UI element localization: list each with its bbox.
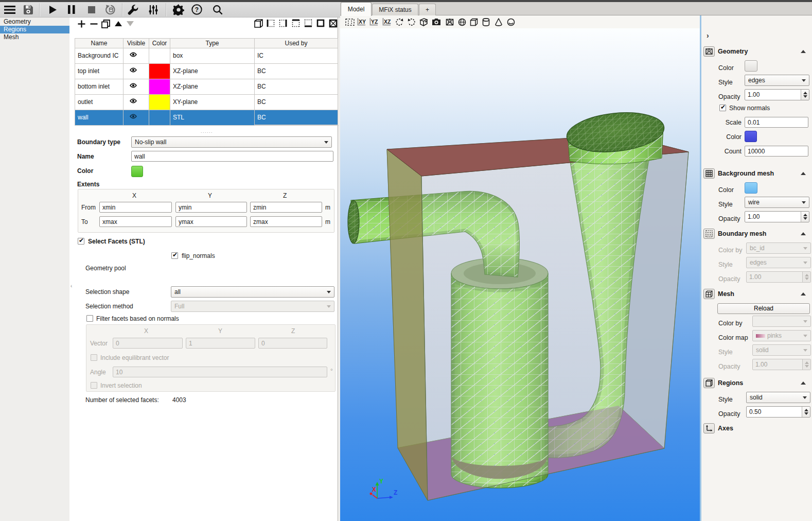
regions-opacity-spinbox[interactable]: 0.50 — [746, 406, 810, 418]
settings-gear-icon[interactable] — [171, 2, 186, 17]
spin-up-icon[interactable] — [804, 409, 808, 411]
region-shape-plane-full-icon[interactable] — [315, 18, 326, 28]
mesh-style-combo[interactable]: solid — [752, 344, 811, 356]
region-shape-plane-bottom-icon[interactable] — [303, 18, 313, 28]
region-shape-plane-left-icon[interactable] — [266, 18, 276, 28]
spin-down-icon[interactable] — [803, 217, 807, 220]
menu-icon[interactable] — [2, 2, 17, 17]
region-shape-box-icon[interactable] — [253, 18, 263, 28]
region-visible-cell[interactable] — [123, 110, 149, 125]
region-name-cell[interactable]: wall — [75, 110, 123, 125]
extents-zmin-input[interactable] — [250, 202, 322, 213]
help-icon[interactable]: ? — [189, 2, 204, 17]
background-mesh-visibility-toggle[interactable] — [703, 168, 715, 179]
region-shape-plane-top-icon[interactable] — [291, 18, 301, 28]
background-mesh-opacity-spinbox[interactable]: 1.00 — [745, 211, 809, 222]
collapse-arrow-icon[interactable] — [801, 232, 806, 235]
background-mesh-color-swatch[interactable] — [745, 182, 757, 194]
normals-scale-input[interactable] — [745, 117, 808, 128]
pause-icon[interactable] — [64, 2, 79, 17]
rotate-right-icon[interactable] — [405, 16, 417, 28]
column-header-visible[interactable]: Visible — [123, 38, 149, 48]
search-icon[interactable] — [210, 2, 225, 17]
region-name-cell[interactable]: bottom inlet — [75, 79, 123, 94]
play-icon[interactable] — [45, 2, 61, 17]
spin-down-icon[interactable] — [805, 365, 809, 368]
region-type-cell[interactable]: XY-plane — [170, 94, 254, 110]
build-wrench-icon[interactable] — [125, 2, 140, 17]
selection-method-combo[interactable]: Full — [171, 301, 334, 312]
mesh-opacity-spinbox[interactable]: 1.00 — [752, 359, 811, 370]
spin-up-icon[interactable] — [803, 92, 807, 94]
stop-icon[interactable] — [84, 2, 99, 17]
collapse-arrow-icon[interactable] — [801, 172, 806, 175]
region-usedby-cell[interactable]: BC — [254, 94, 338, 110]
column-header-color[interactable]: Color — [149, 38, 170, 48]
nav-item-mesh[interactable]: Mesh — [0, 33, 69, 41]
region-type-cell[interactable]: XZ-plane — [170, 63, 254, 79]
collapse-arrow-icon[interactable] — [801, 50, 806, 53]
perspective-icon[interactable] — [418, 16, 430, 28]
tab-mfix-status[interactable]: MFiX status — [372, 4, 418, 15]
boundary-mesh-style-combo[interactable]: edges — [746, 257, 811, 268]
axes-visibility-toggle[interactable] — [703, 423, 715, 433]
geometry-opacity-spinbox[interactable]: 1.00 — [745, 89, 809, 100]
region-visible-cell[interactable] — [123, 94, 149, 110]
region-color-cell[interactable] — [149, 63, 170, 79]
region-color-cell[interactable] — [149, 48, 170, 63]
view-yz-icon[interactable]: YZ — [368, 16, 380, 28]
region-shape-plane-right-icon[interactable] — [278, 18, 288, 28]
mesh-colorby-combo[interactable] — [752, 316, 811, 327]
flip-normals-label[interactable]: flip_normals — [182, 252, 215, 259]
region-shape-stl-icon[interactable] — [328, 18, 338, 28]
region-usedby-cell[interactable]: IC — [254, 48, 338, 63]
regions-style-combo[interactable]: solid — [746, 392, 810, 403]
add-region-icon[interactable] — [76, 19, 86, 29]
region-type-cell[interactable]: box — [170, 48, 254, 63]
region-color-swatch[interactable] — [131, 166, 143, 177]
screenshot-camera-icon[interactable] — [430, 16, 442, 28]
save-icon[interactable] — [21, 2, 36, 17]
duplicate-region-icon[interactable] — [100, 19, 111, 29]
extents-ymax-input[interactable] — [175, 216, 247, 227]
nav-item-geometry[interactable]: Geometry — [0, 18, 69, 26]
extents-zmax-input[interactable] — [250, 216, 322, 227]
nav-item-regions[interactable]: Regions — [0, 26, 69, 33]
pane-collapse-handle[interactable]: ‹ — [70, 283, 72, 289]
toggle-cylinder-icon[interactable] — [480, 16, 492, 28]
vtk-3d-viewport[interactable]: Y X Z — [340, 28, 700, 521]
extents-xmin-input[interactable] — [99, 202, 172, 213]
reset-view-icon[interactable] — [344, 16, 356, 28]
region-visible-cell[interactable] — [123, 48, 149, 63]
select-facets-label[interactable]: Select Facets (STL) — [88, 238, 145, 245]
toggle-colorbar-icon[interactable] — [505, 16, 517, 28]
spin-down-icon[interactable] — [803, 95, 807, 98]
region-usedby-cell[interactable]: BC — [254, 79, 338, 94]
spin-up-icon[interactable] — [805, 361, 809, 364]
filter-normals-checkbox[interactable] — [86, 315, 93, 322]
toggle-geometry-icon[interactable] — [444, 16, 455, 28]
normals-color-swatch[interactable] — [745, 131, 757, 142]
mesh-colormap-combo[interactable]: pinks — [752, 330, 811, 341]
extents-ymin-input[interactable] — [175, 202, 247, 213]
move-down-icon[interactable] — [125, 19, 135, 29]
region-visible-cell[interactable] — [123, 63, 149, 79]
region-usedby-cell[interactable]: BC — [254, 63, 338, 79]
boundary-mesh-visibility-toggle[interactable] — [703, 229, 715, 239]
region-name-cell[interactable]: top inlet — [75, 63, 123, 79]
toggle-sphere-icon[interactable] — [456, 16, 468, 28]
column-header-name[interactable]: Name — [75, 38, 123, 48]
reset-icon[interactable] — [103, 2, 118, 17]
collapse-arrow-icon[interactable] — [801, 381, 806, 385]
geometry-visibility-toggle[interactable] — [703, 46, 715, 57]
rotate-left-icon[interactable] — [393, 16, 405, 28]
region-name-cell[interactable]: Background IC — [75, 48, 123, 63]
toggle-cube-icon[interactable] — [468, 16, 480, 28]
column-header-type[interactable]: Type — [170, 38, 254, 48]
region-name-cell[interactable]: outlet — [75, 94, 123, 110]
vector-y-input[interactable] — [186, 338, 255, 349]
vector-z-input[interactable] — [258, 338, 327, 349]
spin-up-icon[interactable] — [803, 214, 807, 216]
spin-down-icon[interactable] — [805, 277, 809, 280]
view-xy-icon[interactable]: XY — [356, 16, 367, 28]
